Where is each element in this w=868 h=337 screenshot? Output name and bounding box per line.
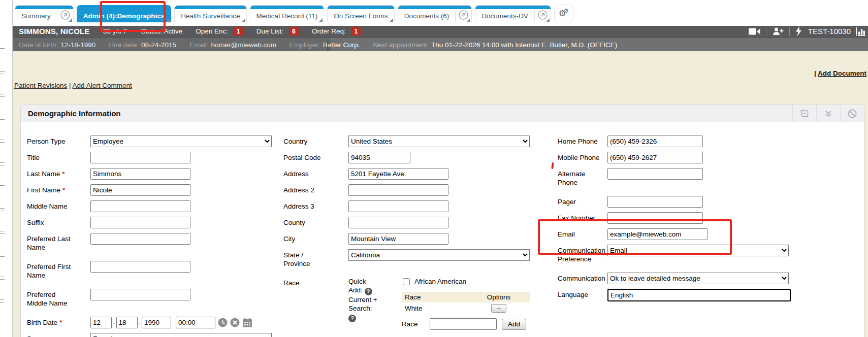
row-country: Country United States (283, 136, 555, 147)
county-label: County (283, 217, 348, 227)
birth-time-input[interactable] (176, 317, 215, 328)
row-mobile-phone: Mobile Phone (558, 152, 842, 163)
required-marker: * (59, 319, 62, 326)
order-req-indicator[interactable]: Order Req: 1 (312, 27, 361, 36)
next-appointment-pair: Next appointment:Thu 01-22-2026 14:00 wi… (373, 41, 618, 49)
tab-documents-dv[interactable]: Documents-DV (475, 5, 551, 22)
quick-action-lightning-icon[interactable] (795, 26, 802, 36)
open-in-new-window-icon[interactable] (456, 6, 471, 22)
race-column-header: Race (402, 292, 468, 302)
address-input[interactable] (348, 168, 448, 180)
race-checkbox-row: African American (402, 278, 535, 285)
add-document-link[interactable]: Add Document (818, 70, 866, 77)
remove-race-button[interactable]: – (491, 304, 506, 313)
hire-date-pair: Hire date:08-24-2015 (109, 41, 176, 49)
video-camera-icon[interactable] (749, 27, 760, 36)
row-preferred-middle-name: Preferred Middle Name (27, 289, 283, 308)
order-req-label: Order Req: (312, 27, 346, 35)
employer-value: Better Corp. (323, 41, 360, 49)
tab-on-screen-forms[interactable]: On Screen Forms (327, 5, 395, 22)
dob-value: 12-18-1990 (60, 41, 95, 49)
open-in-new-window-icon[interactable] (57, 6, 73, 22)
race-search-input[interactable] (430, 318, 497, 330)
mobile-phone-label: Mobile Phone (558, 152, 607, 162)
open-enc-indicator[interactable]: Open Enc: 1 (196, 27, 243, 36)
birth-year-input[interactable] (142, 317, 171, 328)
add-alert-comment-link[interactable]: Add Alert Comment (73, 82, 132, 89)
address2-input[interactable] (348, 184, 448, 196)
city-label: City (283, 233, 348, 243)
person-type-select[interactable]: Employee (90, 136, 272, 147)
birth-date-label: Birth Date* (27, 317, 90, 327)
preferred-middle-name-input[interactable] (90, 289, 190, 300)
date-separator: - (113, 319, 115, 326)
alternate-phone-input[interactable] (607, 168, 703, 180)
calendar-picker-icon[interactable] (242, 318, 252, 327)
mobile-phone-input[interactable] (607, 152, 703, 163)
tab-label: Documents (6) (398, 6, 456, 22)
open-in-new-window-icon[interactable] (535, 6, 551, 22)
country-select[interactable]: United States (348, 136, 530, 147)
communication-select[interactable]: Ok to leave detailed message (607, 273, 789, 284)
tab-settings-button[interactable]: ⚙⚙ (554, 5, 573, 22)
patient-revisions-link[interactable]: Patient Revisions (14, 82, 67, 89)
help-icon[interactable]: ? (365, 288, 372, 295)
pager-input[interactable] (607, 196, 703, 208)
next-appointment-value: Thu 01-22-2026 14:00 with Internist E. B… (431, 41, 617, 49)
birth-day-input[interactable] (116, 317, 138, 328)
county-input[interactable] (348, 217, 448, 228)
row-pager: Pager (558, 196, 842, 208)
due-list-indicator[interactable]: Due List: 6 (256, 27, 299, 36)
race-checkbox-label: African American (414, 278, 466, 285)
language-input[interactable] (607, 289, 791, 301)
title-input[interactable] (90, 152, 190, 163)
last-name-input[interactable] (90, 168, 190, 180)
help-icon[interactable]: ? (348, 315, 356, 322)
tab-summary[interactable]: Summary (15, 5, 74, 22)
postal-code-input[interactable] (348, 152, 410, 163)
tab-medical-record[interactable]: Medical Record (11) (250, 5, 325, 22)
tab-health-surveillance[interactable]: Health Surveillance (174, 5, 246, 22)
first-name-input[interactable] (90, 184, 190, 196)
suffix-input[interactable] (90, 217, 190, 228)
sex-select[interactable]: Female (90, 333, 272, 337)
preferred-last-name-input[interactable] (90, 233, 190, 245)
birth-month-input[interactable] (90, 317, 112, 328)
required-marker: * (62, 186, 65, 194)
email-input[interactable] (607, 228, 708, 240)
home-phone-input[interactable] (607, 136, 703, 147)
row-middle-name: Middle Name (27, 200, 283, 212)
patient-info-bar: Date of birth:12-18-1990 Hire date:08-24… (12, 38, 868, 51)
clear-date-icon[interactable] (230, 318, 240, 327)
print-book-icon[interactable] (792, 105, 816, 122)
rail-tick (0, 162, 5, 165)
tab-documents[interactable]: Documents (6) (398, 5, 472, 22)
tab-admin-demographics[interactable]: Admin (4):Demographics (77, 5, 172, 22)
time-picker-clock-icon[interactable] (218, 318, 228, 327)
rail-tick (0, 254, 5, 257)
row-language: Language (558, 289, 842, 301)
row-county: County (283, 217, 555, 228)
race-african-american-checkbox[interactable] (403, 278, 410, 285)
flowsheet-chart-icon[interactable] (856, 27, 867, 36)
tab-label: Medical Record (11) (250, 6, 324, 22)
middle-name-input[interactable] (90, 200, 190, 212)
city-input[interactable] (348, 233, 448, 245)
postal-code-label: Postal Code (283, 152, 348, 162)
row-person-type: Person Type Employee (27, 136, 283, 147)
middle-name-label: Middle Name (27, 200, 90, 211)
collapse-panel-icon[interactable] (816, 105, 840, 122)
add-race-button[interactable]: Add (502, 319, 526, 330)
row-communication-preference: Communication Preference Email (558, 245, 842, 263)
fax-number-input[interactable] (607, 212, 703, 224)
pipe-separator: | (814, 70, 816, 77)
address3-input[interactable] (348, 200, 448, 212)
add-person-icon[interactable] (772, 27, 784, 36)
rail-tick (0, 277, 5, 280)
state-province-select[interactable]: California (348, 249, 530, 261)
preferred-first-name-input[interactable] (90, 261, 190, 273)
communication-preference-select[interactable]: Email (607, 245, 789, 256)
row-fax-number: Fax Number (558, 212, 842, 224)
suffix-label: Suffix (27, 217, 90, 227)
disable-panel-icon[interactable] (840, 105, 864, 122)
